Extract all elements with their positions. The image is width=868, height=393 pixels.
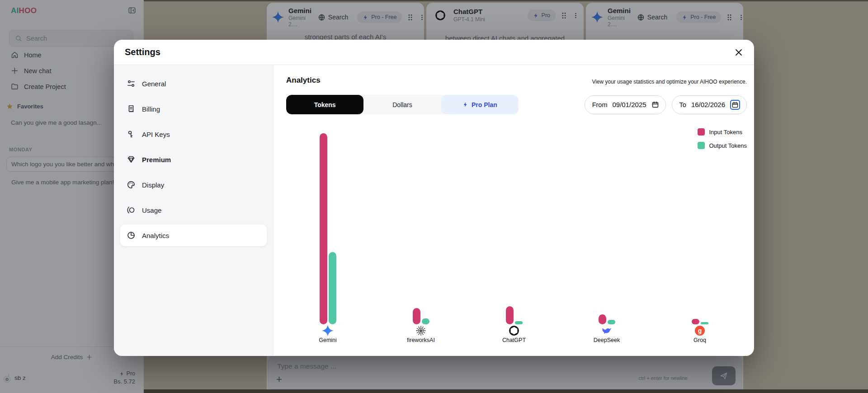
analytics-subtitle: View your usage statistics and optimize …	[592, 79, 747, 85]
tab-label: Dollars	[392, 101, 412, 108]
settings-nav-label: General	[142, 80, 166, 88]
settings-modal: Settings GeneralBillingAPI KeysPremiumDi…	[114, 40, 754, 356]
sliders-icon	[127, 79, 136, 88]
date-from-label: From	[592, 101, 608, 108]
settings-nav-label: Premium	[142, 156, 171, 164]
calendar-icon-focused[interactable]	[730, 100, 740, 110]
tab-label: Pro Plan	[472, 101, 497, 108]
close-icon[interactable]	[734, 48, 743, 57]
settings-nav-label: Billing	[142, 105, 160, 113]
receipt-icon	[127, 104, 136, 113]
settings-nav-api-keys[interactable]: API Keys	[120, 123, 267, 145]
date-from-picker[interactable]: From 09/01/2025	[585, 95, 666, 114]
settings-nav-usage[interactable]: Usage	[120, 199, 267, 221]
date-from-value: 09/01/2025	[613, 101, 646, 108]
date-to-label: To	[679, 101, 686, 108]
settings-nav-premium[interactable]: Premium	[120, 149, 267, 170]
date-to-picker[interactable]: To 16/02/2026	[672, 95, 747, 114]
settings-nav-analytics[interactable]: Analytics	[120, 225, 267, 246]
settings-nav-label: Analytics	[142, 232, 169, 239]
settings-nav: GeneralBillingAPI KeysPremiumDisplayUsag…	[114, 65, 274, 356]
analytics-view-tabs: TokensDollarsPro Plan	[286, 95, 519, 114]
palette-icon	[127, 180, 136, 189]
settings-nav-display[interactable]: Display	[120, 174, 267, 196]
tab-tokens[interactable]: Tokens	[286, 95, 363, 114]
settings-nav-label: Display	[142, 181, 164, 189]
tab-label: Tokens	[314, 101, 336, 108]
gem-icon	[127, 155, 136, 164]
bolt-icon	[462, 102, 468, 108]
pie-icon	[127, 231, 136, 240]
settings-nav-label: API Keys	[142, 131, 170, 138]
tab-pro-plan[interactable]: Pro Plan	[441, 95, 519, 114]
settings-title: Settings	[125, 47, 160, 57]
key-icon	[127, 130, 136, 139]
settings-modal-header: Settings	[114, 40, 754, 65]
settings-nav-billing[interactable]: Billing	[120, 98, 267, 120]
gauge-icon	[127, 206, 136, 215]
calendar-icon[interactable]	[651, 101, 659, 108]
date-to-value: 16/02/2026	[691, 101, 725, 108]
settings-nav-general[interactable]: General	[120, 73, 267, 94]
analytics-panel: Analytics View your usage statistics and…	[274, 65, 754, 356]
settings-nav-label: Usage	[142, 206, 161, 214]
tab-dollars[interactable]: Dollars	[363, 95, 441, 114]
